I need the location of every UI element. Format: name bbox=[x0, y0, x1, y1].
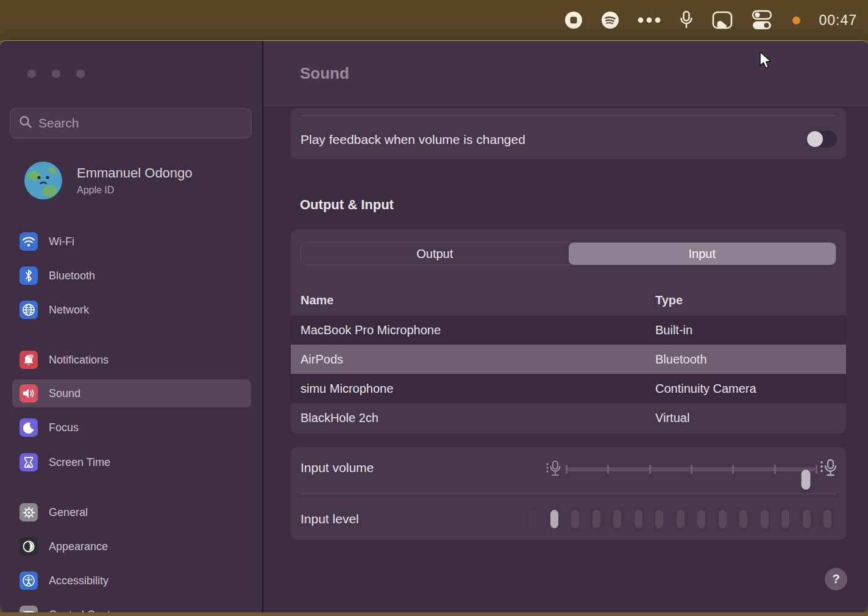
device-row-macbook-pro-microphone[interactable]: MacBook Pro MicrophoneBuilt-in bbox=[291, 315, 846, 345]
device-name: MacBook Pro Microphone bbox=[301, 323, 441, 337]
tab-output[interactable]: Output bbox=[301, 243, 569, 265]
page-title: Sound bbox=[300, 64, 349, 83]
sidebar-item-screen-time[interactable]: Screen Time bbox=[12, 448, 251, 476]
output-input-segmented-control: OutputInput bbox=[301, 242, 836, 265]
close-button[interactable] bbox=[27, 70, 36, 78]
avatar bbox=[24, 162, 62, 199]
menu-bar: 00:47 bbox=[0, 0, 868, 40]
search-input[interactable]: Search bbox=[10, 108, 252, 138]
input-volume-label: Input volume bbox=[301, 460, 374, 475]
slider-tick bbox=[691, 465, 692, 474]
output-input-heading: Output & Input bbox=[300, 197, 394, 213]
slider-tick bbox=[774, 465, 776, 474]
level-segment bbox=[803, 510, 811, 528]
hourglass-icon bbox=[20, 453, 38, 471]
device-name: BlackHole 2ch bbox=[301, 411, 379, 425]
window-controls bbox=[27, 70, 85, 78]
search-placeholder: Search bbox=[38, 116, 79, 131]
level-segment bbox=[529, 510, 537, 528]
level-segment bbox=[824, 510, 831, 528]
sidebar-item-label: Focus bbox=[49, 421, 79, 434]
bluetooth-icon bbox=[20, 267, 38, 285]
input-volume-card: Input volume Input level bbox=[291, 447, 846, 540]
level-segment bbox=[761, 510, 769, 528]
sidebar-item-focus[interactable]: Focus bbox=[12, 414, 251, 442]
stop-record-icon[interactable] bbox=[564, 11, 583, 29]
wifi-icon bbox=[20, 232, 38, 251]
sidebar-item-label: Network bbox=[49, 304, 89, 317]
level-segment bbox=[635, 510, 642, 528]
speaker-icon bbox=[20, 384, 38, 403]
device-row-blackhole-2ch[interactable]: BlackHole 2chVirtual bbox=[291, 403, 846, 432]
slider-tick bbox=[607, 465, 609, 474]
sidebar-item-wi-fi[interactable]: Wi-Fi bbox=[12, 227, 251, 256]
device-type: Continuity Camera bbox=[655, 382, 756, 396]
level-segment bbox=[719, 510, 727, 528]
sidebar-item-label: Sound bbox=[49, 387, 80, 400]
user-name: Emmanuel Odongo bbox=[77, 165, 193, 181]
level-segment bbox=[677, 510, 685, 528]
microphone-icon[interactable] bbox=[679, 10, 694, 30]
level-segment bbox=[697, 510, 705, 528]
help-button[interactable]: ? bbox=[825, 568, 847, 590]
level-segment bbox=[592, 510, 600, 528]
sidebar-item-label: Appearance bbox=[49, 540, 108, 553]
slider-tick bbox=[649, 465, 651, 474]
sidebar-item-notifications[interactable]: Notifications bbox=[12, 346, 251, 374]
sidebar-item-bluetooth[interactable]: Bluetooth bbox=[12, 262, 251, 290]
device-type: Virtual bbox=[655, 411, 689, 425]
ellipsis-icon[interactable] bbox=[638, 17, 661, 23]
mouse-cursor bbox=[759, 51, 774, 73]
slider-tick bbox=[816, 465, 817, 474]
level-segment bbox=[613, 510, 621, 528]
control-toggles-icon[interactable] bbox=[751, 10, 774, 30]
zoom-button[interactable] bbox=[76, 70, 85, 78]
sidebar-item-appearance[interactable]: Appearance bbox=[12, 532, 251, 560]
row-separator bbox=[301, 493, 836, 494]
sidebar-item-label: Screen Time bbox=[49, 456, 110, 469]
level-segment bbox=[739, 510, 747, 528]
sidebar-item-label: Notifications bbox=[49, 354, 108, 367]
mic-high-icon bbox=[820, 458, 838, 481]
sidebar-item-label: Wi-Fi bbox=[49, 235, 74, 248]
table-header: Name Type bbox=[291, 284, 846, 315]
play-feedback-label: Play feedback when volume is changed bbox=[301, 132, 525, 147]
sidebar-item-control-centre[interactable]: Control Centre bbox=[12, 601, 251, 612]
mic-low-icon bbox=[546, 459, 563, 481]
feedback-card: Play feedback when volume is changed bbox=[291, 108, 846, 159]
apple-id-row[interactable]: Emmanuel Odongo Apple ID bbox=[24, 162, 193, 199]
slider-track[interactable] bbox=[566, 467, 816, 471]
slider-thumb[interactable] bbox=[801, 470, 810, 490]
menu-bar-clock[interactable]: 00:47 bbox=[819, 12, 857, 29]
sidebar-item-label: General bbox=[49, 506, 88, 519]
status-dot bbox=[792, 16, 800, 24]
level-segment bbox=[550, 510, 558, 528]
tab-input[interactable]: Input bbox=[569, 243, 836, 265]
device-name: simu Microphone bbox=[301, 382, 393, 396]
desktop-strip bbox=[0, 612, 868, 616]
sidebar-item-general[interactable]: General bbox=[12, 498, 251, 526]
slider-tick bbox=[732, 465, 734, 474]
screen-mirroring-icon[interactable] bbox=[712, 10, 733, 30]
input-volume-slider[interactable] bbox=[546, 457, 838, 481]
globe-icon bbox=[20, 301, 38, 319]
device-row-simu-microphone[interactable]: simu MicrophoneContinuity Camera bbox=[291, 374, 846, 403]
settings-sidebar: Search Emmanuel Odongo Apple ID Wi-FiBlu bbox=[0, 41, 262, 612]
input-level-label: Input level bbox=[301, 512, 359, 526]
device-row-airpods[interactable]: AirPodsBluetooth bbox=[291, 345, 846, 374]
level-segment bbox=[571, 510, 579, 528]
device-type: Built-in bbox=[655, 323, 692, 337]
minimize-button[interactable] bbox=[52, 70, 60, 78]
sidebar-item-network[interactable]: Network bbox=[12, 296, 251, 324]
sidebar-item-sound[interactable]: Sound bbox=[12, 379, 251, 407]
column-name: Name bbox=[301, 293, 333, 307]
apple-id-label: Apple ID bbox=[77, 185, 193, 196]
sidebar-item-accessibility[interactable]: Accessibility bbox=[12, 567, 251, 595]
gear-icon bbox=[20, 503, 38, 521]
sidebar-item-label: Accessibility bbox=[49, 575, 108, 587]
device-type: Bluetooth bbox=[655, 353, 707, 367]
sound-settings-panel: Sound Play feedback when volume is chang… bbox=[262, 41, 868, 612]
spotify-icon[interactable] bbox=[601, 11, 619, 29]
row-separator bbox=[301, 115, 836, 116]
play-feedback-toggle[interactable] bbox=[806, 130, 838, 148]
